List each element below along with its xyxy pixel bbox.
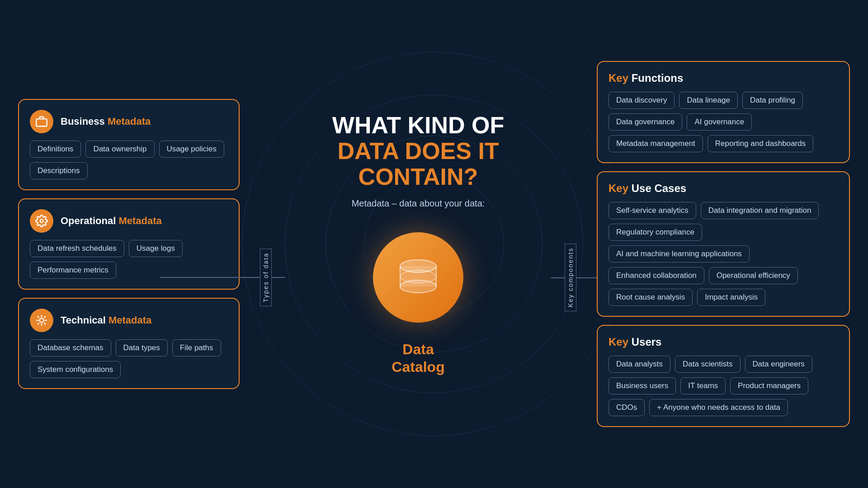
operational-metadata-title: Operational Metadata — [61, 215, 162, 227]
svg-line-10 — [38, 323, 39, 324]
tag-business-users: Business users — [609, 377, 676, 394]
left-connector: Types of data — [160, 249, 285, 306]
tag-data-engineers: Data engineers — [745, 356, 812, 373]
gear-icon — [30, 309, 53, 332]
business-metadata-header: Business Metadata — [30, 110, 228, 133]
tag-enhanced-collab: Enhanced collaboration — [609, 267, 704, 284]
briefcase-icon — [30, 110, 53, 133]
main-title: WHAT KIND OF DATA DOES IT CONTAIN? — [332, 113, 504, 190]
key-use-cases-card: Key Use Cases Self-service analytics Dat… — [597, 171, 850, 317]
tag-product-managers: Product managers — [730, 377, 808, 394]
tag-metadata-mgmt: Metadata management — [609, 135, 703, 152]
svg-line-11 — [44, 316, 46, 318]
title-line1: WHAT KIND OF — [332, 112, 504, 138]
technical-title-orange: Metadata — [108, 314, 151, 326]
briefcase-svg — [35, 115, 48, 128]
technical-metadata-title: Technical Metadata — [61, 314, 151, 326]
left-connector-label: Types of data — [260, 249, 272, 306]
tag-file-paths: File paths — [172, 339, 221, 357]
technical-title-white: Technical — [61, 314, 106, 326]
left-line-2 — [272, 277, 285, 278]
tag-data-types: Data types — [116, 339, 168, 357]
tag-data-integration: Data integration and migration — [701, 202, 819, 219]
technical-metadata-header: Technical Metadata — [30, 309, 228, 332]
tag-anyone: + Anyone who needs access to data — [649, 399, 788, 416]
title-line3: CONTAIN? — [332, 164, 504, 190]
operational-title-orange: Metadata — [118, 215, 161, 226]
tag-data-scientists: Data scientists — [675, 356, 741, 373]
svg-point-3 — [39, 318, 43, 322]
key-functions-tags: Data discovery Data lineage Data profili… — [609, 92, 838, 152]
key-users-title: Key Users — [609, 336, 838, 348]
tag-impact-analysis: Impact analysis — [697, 289, 765, 306]
center-column: WHAT KIND OF DATA DOES IT CONTAIN? Metad… — [314, 113, 522, 375]
settings-svg — [35, 215, 48, 227]
gear-svg — [35, 314, 48, 327]
right-connector-label: Key components — [565, 244, 576, 311]
tag-cdos: CDOs — [609, 399, 645, 416]
left-column: Business Metadata Definitions Data owner… — [18, 99, 240, 389]
business-title-white: Business — [61, 116, 105, 127]
key-functions-card: Key Functions Data discovery Data lineag… — [597, 61, 850, 163]
key-use-cases-title: Key Use Cases — [609, 182, 838, 195]
database-svg — [396, 257, 441, 298]
tag-operational-eff: Operational efficiency — [709, 267, 798, 284]
tag-data-governance: Data governance — [609, 113, 682, 131]
center-subtitle: Metadata – data about your data: — [332, 197, 504, 210]
technical-metadata-card: Technical Metadata Database schemas Data… — [18, 298, 240, 389]
svg-line-7 — [44, 323, 46, 324]
settings-icon — [30, 209, 53, 233]
svg-line-6 — [38, 316, 39, 318]
center-heading: WHAT KIND OF DATA DOES IT CONTAIN? Metad… — [332, 113, 504, 210]
key-use-cases-tags: Self-service analytics Data integration … — [609, 202, 838, 306]
svg-point-2 — [40, 220, 43, 223]
tag-data-lineage: Data lineage — [679, 92, 737, 109]
key-users-card: Key Users Data analysts Data scientists … — [597, 325, 850, 427]
right-line-2 — [551, 277, 565, 278]
database-icon — [373, 232, 463, 323]
operational-metadata-header: Operational Metadata — [30, 209, 228, 233]
business-metadata-title: Business Metadata — [61, 116, 151, 127]
technical-metadata-tags: Database schemas Data types File paths S… — [30, 339, 228, 378]
tag-performance-metrics: Performance metrics — [30, 262, 116, 279]
tag-ai-ml: AI and machine learning applications — [609, 245, 750, 263]
operational-title-white: Operational — [61, 215, 116, 226]
tag-data-analysts: Data analysts — [609, 356, 670, 373]
svg-point-15 — [400, 270, 436, 283]
tag-data-discovery: Data discovery — [609, 92, 675, 109]
tag-reporting: Reporting and dashboards — [708, 135, 813, 152]
tag-refresh-schedules: Data refresh schedules — [30, 240, 124, 257]
tag-db-schemas: Database schemas — [30, 339, 111, 357]
right-column: Key Functions Data discovery Data lineag… — [597, 61, 850, 427]
tag-regulatory: Regulatory compliance — [609, 224, 702, 241]
data-catalog-label: DataCatalog — [392, 341, 444, 375]
tag-usage-policies: Usage policies — [159, 141, 225, 158]
title-line2: DATA DOES IT — [332, 138, 504, 164]
main-wrapper: Business Metadata Definitions Data owner… — [0, 0, 868, 488]
tag-data-profiling: Data profiling — [742, 92, 803, 109]
tag-data-ownership: Data ownership — [85, 141, 154, 158]
svg-rect-0 — [36, 119, 47, 126]
key-users-tags: Data analysts Data scientists Data engin… — [609, 356, 838, 416]
tag-root-cause: Root cause analysis — [609, 289, 693, 306]
tag-definitions: Definitions — [30, 141, 81, 158]
key-functions-title: Key Functions — [609, 72, 838, 84]
tag-system-configs: System configurations — [30, 361, 121, 378]
left-line — [160, 277, 260, 278]
business-title-orange: Metadata — [108, 116, 151, 127]
tag-it-teams: IT teams — [680, 377, 726, 394]
business-metadata-card: Business Metadata Definitions Data owner… — [18, 99, 240, 190]
tag-ai-governance: AI governance — [687, 113, 752, 131]
business-metadata-tags: Definitions Data ownership Usage policie… — [30, 141, 228, 179]
tag-descriptions: Descriptions — [30, 162, 88, 179]
tag-self-service: Self-service analytics — [609, 202, 696, 219]
